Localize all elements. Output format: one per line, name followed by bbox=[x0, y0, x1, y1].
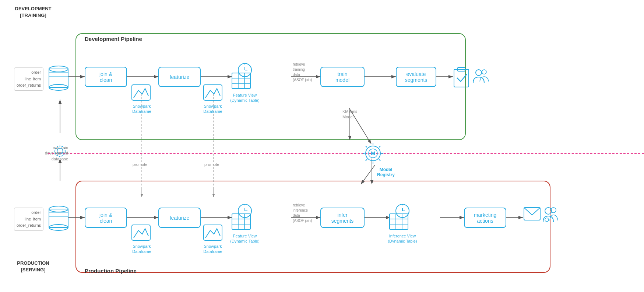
svg-line-80 bbox=[379, 159, 380, 161]
prod-pipeline-label: Production Pipeline bbox=[85, 268, 137, 274]
dev-feature-view-label: Feature View(Dynamic Table) bbox=[230, 93, 260, 103]
prod-featurize-box: featurize bbox=[158, 208, 201, 228]
dev-train-model-box: trainmodel bbox=[320, 67, 365, 87]
svg-point-31 bbox=[49, 225, 68, 230]
dev-evaluate-box: evaluatesegments bbox=[396, 67, 436, 87]
dev-snowpark1-label: SnowparkDataframe bbox=[129, 104, 155, 114]
svg-point-30 bbox=[49, 206, 68, 212]
prod-section-label: PRODUCTION [SERVING] bbox=[11, 260, 55, 273]
retrieve-training-label: retrievetrainingdata(ASOF join) bbox=[293, 62, 320, 83]
maintain-dev-db-label: maintaindevelopmentdatabase bbox=[35, 145, 68, 162]
dev-pipeline-label: Development Pipeline bbox=[85, 36, 142, 42]
svg-line-79 bbox=[366, 159, 367, 161]
diagram-container: DEVELOPMENT [TRAINING] PRODUCTION [SERVI… bbox=[0, 0, 644, 292]
promote2-label: promote bbox=[204, 162, 219, 167]
svg-rect-29 bbox=[49, 209, 68, 227]
svg-point-26 bbox=[49, 84, 68, 90]
dev-input-data: orderline_itemorder_returns bbox=[14, 67, 43, 91]
prod-marketing-actions-box: marketingactions bbox=[464, 208, 506, 228]
dev-join-clean-box: join &clean bbox=[85, 67, 127, 87]
dev-snowpark2-label: SnowparkDataframe bbox=[200, 104, 226, 114]
svg-line-77 bbox=[366, 146, 367, 147]
retrieve-inference-label: retrieveinferencedata(ASOF join) bbox=[293, 203, 320, 223]
svg-point-86 bbox=[482, 70, 486, 74]
prod-feature-view-label: Feature View(Dynamic Table) bbox=[230, 233, 260, 244]
svg-line-78 bbox=[379, 146, 380, 147]
prod-snowpark1-label: SnowparkDataframe bbox=[129, 244, 155, 254]
kmeans-model-label: KMeansModel bbox=[342, 109, 370, 120]
promote1-label: promote bbox=[133, 162, 147, 167]
svg-point-89 bbox=[551, 208, 556, 213]
model-registry-label: ModelRegistry bbox=[371, 167, 401, 177]
dev-section-label: DEVELOPMENT [TRAINING] bbox=[11, 6, 55, 19]
svg-point-85 bbox=[476, 70, 482, 76]
prod-snowpark2-label: SnowparkDataframe bbox=[200, 244, 226, 254]
inference-view-label: Inference View(Dynamic Table) bbox=[386, 233, 419, 244]
divider-line bbox=[48, 153, 644, 154]
svg-rect-24 bbox=[49, 69, 68, 87]
svg-point-25 bbox=[49, 66, 68, 72]
prod-infer-segments-box: infersegments bbox=[320, 208, 365, 228]
prod-join-clean-box: join &clean bbox=[85, 208, 127, 228]
prod-input-data: orderline_itemorder_returns bbox=[14, 208, 43, 231]
dev-featurize-box: featurize bbox=[158, 67, 201, 87]
